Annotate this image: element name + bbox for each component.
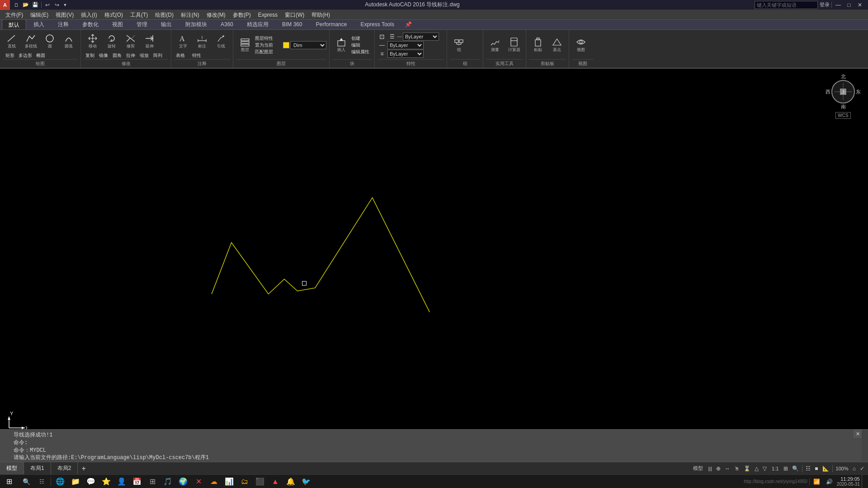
menu-help[interactable]: 帮助(H) [308, 10, 334, 20]
tab-bim360[interactable]: BIM 360 [276, 19, 309, 29]
bylayer-dropdown1[interactable]: ByLayer [403, 33, 439, 41]
login-btn[interactable]: 登录 [820, 1, 830, 8]
calculator-btn[interactable]: 计算器 [505, 35, 523, 55]
menu-file[interactable]: 文件(F) [2, 10, 27, 20]
menu-edit[interactable]: 编辑(E) [27, 10, 52, 20]
status-settings-btn[interactable]: ✓ [858, 464, 866, 474]
workspace-btn[interactable]: 🔍 [790, 464, 801, 474]
bylayer-dropdown3[interactable]: ByLayer [387, 50, 424, 58]
save-btn[interactable]: 💾 [31, 1, 40, 9]
lw-btn[interactable]: ▽ [761, 464, 769, 474]
drawing-canvas[interactable]: Y X [0, 69, 868, 443]
layer-props-btn[interactable]: 图层 [236, 35, 254, 55]
taskbar-apps[interactable]: ⊞ [145, 475, 160, 488]
taskbar-search-btn[interactable]: 🔍 [19, 475, 33, 488]
menu-dim[interactable]: 标注(N) [177, 10, 203, 20]
menu-modify[interactable]: 修改(M) [203, 10, 229, 20]
arc-btn[interactable]: 圆弧 [60, 32, 78, 52]
menu-insert[interactable]: 插入(I) [77, 10, 100, 20]
polygon-btn[interactable]: 多边形 [18, 52, 33, 59]
taskbar-ie[interactable]: 🌐 [53, 475, 67, 488]
view-btn[interactable]: 视图 [572, 35, 590, 55]
tab-annotation[interactable]: 注释 [52, 19, 75, 29]
lineweight-btn[interactable]: ≡ [377, 50, 387, 58]
tab-pin[interactable]: 📌 [401, 19, 415, 29]
edit-attrib-btn[interactable]: 编辑属性 [351, 49, 371, 55]
task-view-btn[interactable]: ☷ [34, 475, 49, 488]
notify-btn[interactable]: ⌂ [851, 464, 858, 474]
tab-default[interactable]: 默认 [2, 19, 26, 29]
model-status-btn[interactable]: 模型 [690, 464, 706, 474]
props-btn[interactable]: 特性 [188, 52, 206, 59]
polar-btn[interactable]: 🖱 [732, 464, 741, 474]
scale-status-btn[interactable]: 1:1 [769, 464, 781, 474]
measure-btn[interactable]: 测量 [486, 35, 504, 55]
line-btn[interactable]: 直线 [3, 32, 21, 52]
polyline-btn[interactable]: 多段线 [22, 32, 40, 52]
minimize-btn[interactable]: — [834, 1, 843, 9]
group-btn[interactable]: 组 [450, 35, 468, 55]
match-props-btn[interactable]: ⊡ [377, 33, 387, 41]
tab-addons[interactable]: 附加模块 [179, 19, 213, 29]
move-btn[interactable]: 移动 [84, 32, 102, 52]
taskbar-autocad[interactable]: ▲ [268, 475, 283, 488]
taskbar-app2[interactable]: 🔔 [283, 475, 298, 488]
taskbar-wechat[interactable]: 💬 [84, 475, 98, 488]
dyn-btn[interactable]: △ [753, 464, 760, 474]
taskbar-star[interactable]: ⭐ [99, 475, 113, 488]
insert-block-btn[interactable]: 插入 [332, 35, 350, 55]
tab-featured[interactable]: 精选应用 [241, 19, 275, 29]
dropdown-btn[interactable]: ▼ [62, 1, 68, 9]
extend-btn[interactable]: 延伸 [141, 32, 159, 52]
taskbar-cloud[interactable]: ☁ [207, 475, 221, 488]
edit-block-btn[interactable]: 编辑 [351, 42, 371, 48]
dimension-btn[interactable]: 标注 [193, 32, 211, 52]
new-btn[interactable]: 🗋 [12, 1, 21, 9]
circle-btn[interactable]: 圆 [41, 32, 59, 52]
tray-volume[interactable]: 🔊 [824, 475, 835, 488]
layer-dropdown[interactable]: Dim [290, 41, 326, 49]
taskbar-settings[interactable]: ✕ [191, 475, 206, 488]
cmdline-close-btn[interactable]: ✕ [854, 430, 862, 438]
taskbar-music[interactable]: 🎵 [160, 475, 175, 488]
isolate-btn[interactable]: ☷ [804, 464, 812, 474]
bylayer-dropdown2[interactable]: ByLayer [387, 41, 424, 49]
open-btn[interactable]: 📂 [21, 1, 30, 9]
menu-window[interactable]: 窗口(W) [281, 10, 308, 20]
add-layout-btn[interactable]: + [78, 462, 89, 475]
layer-match-btn[interactable]: 匹配图层 [255, 49, 282, 55]
menu-param[interactable]: 参数(P) [229, 10, 255, 20]
scale-btn[interactable]: 缩放 [138, 52, 151, 59]
rotate-btn[interactable]: 旋转 [103, 32, 121, 52]
menu-tools[interactable]: 工具(T) [127, 10, 151, 20]
ortho-btn[interactable]: ↔ [723, 464, 732, 474]
close-btn[interactable]: ✕ [855, 1, 864, 9]
linetype-btn[interactable]: — [377, 41, 387, 49]
grid-btn[interactable]: ||| [706, 464, 714, 474]
layout2-tab[interactable]: 布局2 [51, 462, 78, 475]
tab-express-tools[interactable]: Express Tools [354, 19, 400, 29]
mirror-btn[interactable]: 镜像 [97, 52, 110, 59]
array-btn[interactable]: 阵列 [151, 52, 164, 59]
tab-manage[interactable]: 管理 [130, 19, 154, 29]
copy-btn[interactable]: 复制 [84, 52, 96, 59]
rect-btn[interactable]: 矩形 [3, 52, 17, 59]
redo-btn[interactable]: ↪ [52, 1, 61, 9]
ellipse-btn[interactable]: 椭圆 [33, 52, 48, 59]
menu-format[interactable]: 格式(O) [101, 10, 127, 20]
create-block-btn[interactable]: 创建 [351, 35, 371, 42]
zoom-pct-btn[interactable]: 100% [834, 464, 850, 474]
fillet-btn[interactable]: 圆角 [111, 52, 123, 59]
tab-parametric[interactable]: 参数化 [76, 19, 105, 29]
clean-screen-btn[interactable]: 📐 [821, 464, 831, 474]
ann-scale-btn[interactable]: ⊞ [782, 464, 790, 474]
taskbar-calendar[interactable]: 📅 [130, 475, 144, 488]
stretch-btn[interactable]: 拉伸 [124, 52, 137, 59]
hardw-btn[interactable]: ■ [813, 464, 820, 474]
layer-freeze-btn[interactable]: 置为当前 [255, 42, 282, 48]
taskbar-app3[interactable]: 🐦 [299, 475, 313, 488]
tab-insert[interactable]: 插入 [27, 19, 51, 29]
taskbar-app1[interactable]: 👤 [114, 475, 129, 488]
menu-view[interactable]: 视图(V) [52, 10, 77, 20]
model-tab[interactable]: 模型 [0, 462, 24, 475]
